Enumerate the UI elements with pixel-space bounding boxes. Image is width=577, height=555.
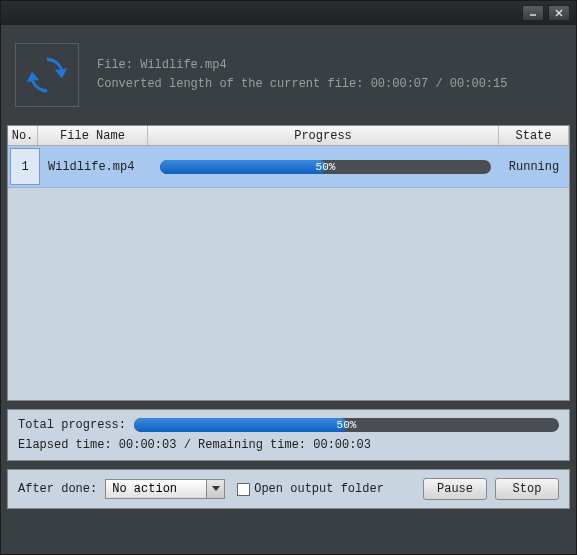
total-section: Total progress: 50% Elapsed time: 00:00:… [7, 409, 570, 461]
col-state[interactable]: State [499, 126, 569, 145]
elapsed-remaining-label: Elapsed time: 00:00:03 / Remaining time:… [18, 438, 559, 452]
minimize-button[interactable] [522, 5, 544, 21]
info-panel: File: Wildlife.mp4 Converted length of t… [1, 25, 576, 125]
dropdown-value: No action [112, 482, 177, 496]
footer: After done: No action Open output folder… [7, 469, 570, 509]
after-done-dropdown[interactable]: No action [105, 479, 225, 499]
spinner-icon [15, 43, 79, 107]
info-text: File: Wildlife.mp4 Converted length of t… [97, 56, 507, 94]
open-output-folder-checkbox[interactable] [237, 483, 250, 496]
total-progress-label: Total progress: [18, 418, 126, 432]
table-header: No. File Name Progress State [8, 126, 569, 146]
col-no[interactable]: No. [8, 126, 38, 145]
titlebar [1, 1, 576, 25]
cell-progress: 50% [152, 146, 499, 187]
file-table: No. File Name Progress State 1 Wildlife.… [7, 125, 570, 401]
table-row[interactable]: 1 Wildlife.mp4 50% Running [8, 146, 569, 188]
converted-length-label: Converted length of the current file: 00… [97, 75, 507, 94]
close-button[interactable] [548, 5, 570, 21]
pause-button[interactable]: Pause [423, 478, 487, 500]
conversion-dialog: File: Wildlife.mp4 Converted length of t… [0, 0, 577, 555]
after-done-label: After done: [18, 482, 97, 496]
open-output-folder-label: Open output folder [254, 482, 384, 496]
cell-state: Running [499, 146, 569, 187]
stop-button[interactable]: Stop [495, 478, 559, 500]
row-progress-label: 50% [160, 160, 491, 174]
col-progress[interactable]: Progress [148, 126, 499, 145]
col-file-name[interactable]: File Name [38, 126, 148, 145]
row-progress-bar: 50% [160, 160, 491, 174]
total-progress-percent: 50% [134, 418, 559, 432]
current-file-label: File: Wildlife.mp4 [97, 56, 507, 75]
cell-no: 1 [10, 148, 40, 185]
chevron-down-icon [206, 480, 224, 498]
total-progress-bar: 50% [134, 418, 559, 432]
cell-file-name: Wildlife.mp4 [42, 146, 152, 187]
